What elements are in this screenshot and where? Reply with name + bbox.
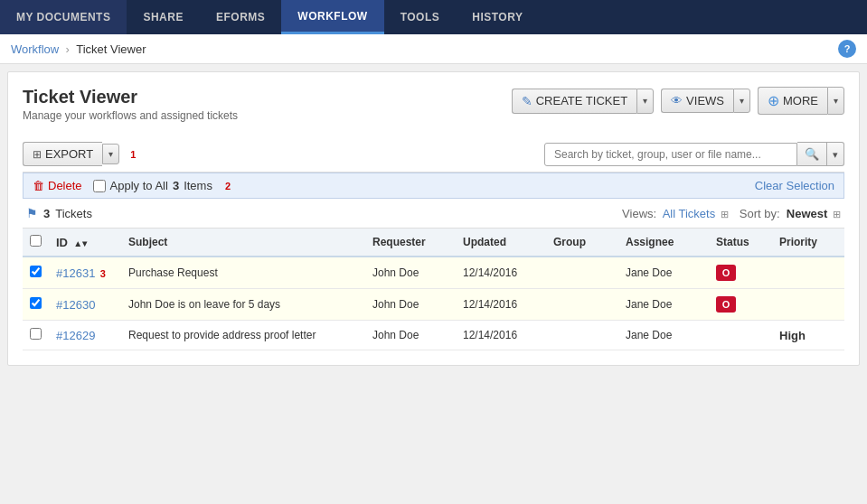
row1-assignee: Jane Doe: [618, 257, 709, 289]
nav-share[interactable]: SHARE: [127, 0, 200, 34]
row2-id: #12630: [49, 289, 121, 321]
apply-to-all-label: Apply to All 3 Items: [93, 179, 212, 192]
row2-checkbox[interactable]: [30, 297, 42, 309]
toolbar-left: ⊞ EXPORT ▾ 1: [23, 142, 136, 166]
page-title-block: Ticket Viewer Manage your workflows and …: [23, 87, 238, 122]
views-button-group: 👁 VIEWS ▾: [661, 89, 750, 113]
row2-id-link[interactable]: #12630: [56, 298, 95, 312]
row1-id: #12631 3: [49, 257, 121, 289]
search-input[interactable]: [544, 143, 797, 166]
toolbar-right: 🔍 ▾: [544, 142, 844, 166]
row1-id-link[interactable]: #12631: [56, 266, 95, 280]
table-row: #12630 John Doe is on leave for 5 days J…: [23, 289, 844, 321]
page-title: Ticket Viewer: [23, 87, 238, 107]
row3-group: [546, 321, 618, 350]
col-header-id[interactable]: ID ▲▾: [49, 229, 121, 257]
create-icon: ✎: [522, 94, 532, 108]
search-dropdown-icon: ▾: [833, 149, 838, 160]
more-button[interactable]: ⊕ MORE: [758, 87, 827, 115]
tickets-meta: Views: All Tickets ⊞ Sort by: Newest ⊞: [622, 207, 841, 220]
col-header-priority: Priority: [772, 229, 844, 257]
row2-priority: [772, 289, 844, 321]
nav-my-documents[interactable]: MY DOCUMENTS: [0, 0, 127, 34]
col-header-group: Group: [546, 229, 618, 257]
row2-updated: 12/14/2016: [456, 289, 546, 321]
row1-updated: 12/14/2016: [456, 257, 546, 289]
table-row: #12631 3 Purchase Request John Doe 12/14…: [23, 257, 844, 289]
row1-priority: [772, 257, 844, 289]
table-row: #12629 Request to provide address proof …: [23, 321, 844, 350]
page-subtitle: Manage your workflows and assigned ticke…: [23, 109, 238, 122]
row1-group: [546, 257, 618, 289]
clear-selection-link[interactable]: Clear Selection: [755, 179, 834, 192]
export-dropdown[interactable]: ▾: [102, 144, 119, 164]
search-icon: 🔍: [805, 147, 819, 161]
search-container: 🔍 ▾: [544, 142, 844, 166]
selection-bar: 🗑 Delete Apply to All 3 Items 2 Clear Se…: [23, 173, 844, 199]
breadcrumb-bar: Workflow › Ticket Viewer ?: [0, 34, 867, 64]
row2-status: O: [709, 289, 772, 321]
tickets-table: ID ▲▾ Subject Requester Updated Group As…: [23, 229, 844, 350]
nav-workflow[interactable]: WORKFLOW: [281, 0, 383, 34]
views-dropdown[interactable]: ▾: [733, 89, 750, 113]
export-button-group: ⊞ EXPORT ▾: [23, 142, 119, 166]
create-ticket-button-group: ✎ CREATE TICKET ▾: [512, 89, 654, 114]
breadcrumb-current: Ticket Viewer: [76, 42, 146, 56]
row1-checkbox[interactable]: [30, 266, 42, 277]
more-icon: ⊕: [768, 92, 779, 109]
tickets-flag-icon: ⚑: [26, 206, 38, 220]
row3-priority: High: [772, 321, 844, 350]
row2-check-cell: [23, 289, 49, 321]
row1-status-badge: O: [716, 265, 736, 281]
create-ticket-dropdown[interactable]: ▾: [636, 89, 654, 114]
row3-status: [709, 321, 772, 350]
search-dropdown[interactable]: ▾: [827, 142, 844, 166]
nav-history[interactable]: HISTORY: [456, 0, 539, 34]
row3-subject: Request to provide address proof letter: [121, 321, 365, 350]
breadcrumb-parent[interactable]: Workflow: [11, 42, 59, 56]
row2-assignee: Jane Doe: [618, 289, 709, 321]
row3-checkbox[interactable]: [30, 328, 42, 340]
row3-id: #12629: [49, 321, 121, 350]
tickets-header: ⚑ 3 Tickets Views: All Tickets ⊞ Sort by…: [23, 199, 844, 229]
id-sort-icon: ▲▾: [73, 238, 87, 248]
selection-left: 🗑 Delete Apply to All 3 Items 2: [33, 179, 231, 192]
row3-assignee: Jane Doe: [618, 321, 709, 350]
help-icon[interactable]: ?: [838, 40, 856, 58]
header-actions: ✎ CREATE TICKET ▾ 👁 VIEWS ▾ ⊕ MORE ▾: [512, 87, 844, 115]
tickets-count: ⚑ 3 Tickets: [26, 206, 92, 220]
export-icon: ⊞: [33, 148, 42, 161]
row1-requester: John Doe: [365, 257, 456, 289]
content-area: Ticket Viewer Manage your workflows and …: [7, 71, 860, 366]
export-button[interactable]: ⊞ EXPORT: [23, 142, 102, 166]
sort-value: Newest: [787, 207, 828, 220]
select-all-checkbox[interactable]: [30, 235, 42, 247]
row1-subject: Purchase Request: [121, 257, 365, 289]
delete-button[interactable]: 🗑 Delete: [33, 179, 82, 192]
create-ticket-button[interactable]: ✎ CREATE TICKET: [512, 89, 636, 114]
export-count: 1: [130, 149, 136, 160]
views-icon: 👁: [671, 94, 683, 107]
all-tickets-link[interactable]: All Tickets: [663, 207, 716, 220]
search-button[interactable]: 🔍: [797, 142, 827, 166]
views-expand-icon: ⊞: [721, 209, 729, 219]
nav-tools[interactable]: TOOLS: [384, 0, 457, 34]
col-header-subject: Subject: [121, 229, 365, 257]
row3-requester: John Doe: [365, 321, 456, 350]
row1-status: O: [709, 257, 772, 289]
row2-group: [546, 289, 618, 321]
page-header: Ticket Viewer Manage your workflows and …: [23, 87, 844, 122]
row3-id-link[interactable]: #12629: [56, 329, 95, 342]
table-header: ID ▲▾ Subject Requester Updated Group As…: [23, 229, 844, 257]
more-dropdown[interactable]: ▾: [827, 87, 844, 115]
toolbar: ⊞ EXPORT ▾ 1 🔍 ▾: [23, 136, 844, 173]
apply-to-all-checkbox[interactable]: [93, 180, 106, 192]
views-button[interactable]: 👁 VIEWS: [661, 89, 733, 113]
more-button-group: ⊕ MORE ▾: [758, 87, 844, 115]
col-header-assignee: Assignee: [618, 229, 709, 257]
breadcrumb: Workflow › Ticket Viewer: [11, 42, 146, 56]
col-header-updated: Updated: [456, 229, 546, 257]
nav-eforms[interactable]: EFORMS: [200, 0, 281, 34]
row3-check-cell: [23, 321, 49, 350]
col-header-status: Status: [709, 229, 772, 257]
